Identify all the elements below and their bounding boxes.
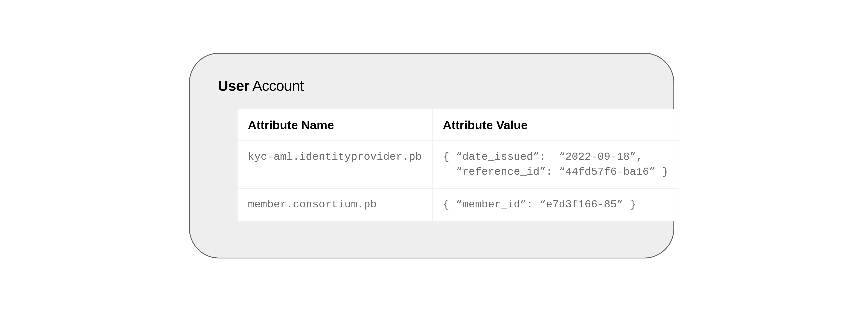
header-attribute-value: Attribute Value — [432, 109, 679, 141]
table-row: member.consortium.pb { “member_id”: “e7d… — [237, 188, 679, 221]
card-title: User Account — [218, 77, 637, 94]
table-row: kyc-aml.identityprovider.pb { “date_issu… — [237, 141, 679, 188]
cell-attribute-name: kyc-aml.identityprovider.pb — [237, 141, 432, 188]
user-account-card: User Account Attribute Name Attribute Va… — [189, 53, 674, 258]
table-header-row: Attribute Name Attribute Value — [237, 109, 679, 141]
card-title-bold: User — [218, 77, 249, 94]
attributes-table: Attribute Name Attribute Value kyc-aml.i… — [237, 109, 679, 221]
card-title-regular: Account — [249, 77, 304, 94]
header-attribute-name: Attribute Name — [237, 109, 432, 141]
cell-attribute-name: member.consortium.pb — [237, 188, 432, 221]
cell-attribute-value: { “member_id”: “e7d3f166-85” } — [432, 188, 679, 221]
cell-attribute-value: { “date_issued”: “2022-09-18”, “referenc… — [432, 141, 679, 188]
